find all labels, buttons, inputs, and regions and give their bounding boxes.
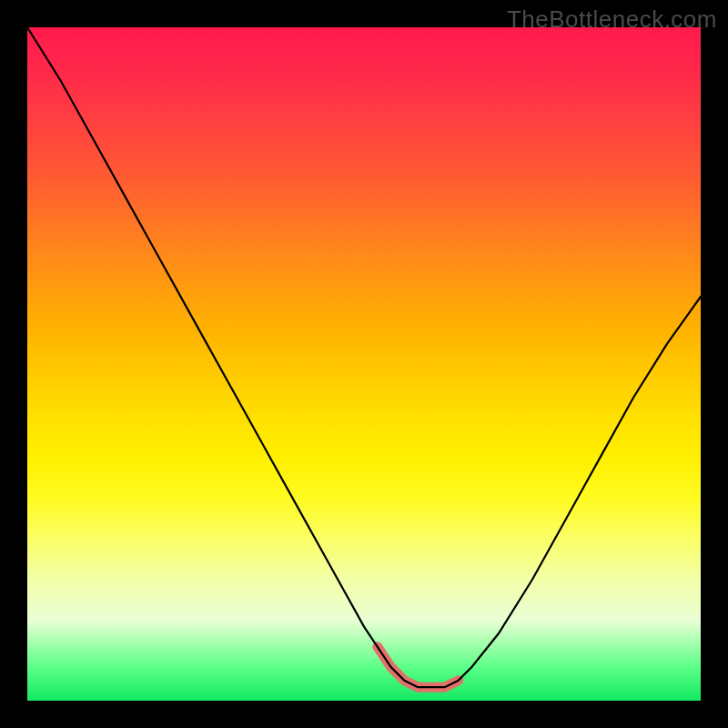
curve-overlay [27,27,701,701]
watermark-text: TheBottleneck.com [507,5,717,34]
bottleneck-curve [27,27,701,687]
chart-frame: TheBottleneck.com [0,0,728,728]
optimal-zone-highlight [378,647,459,687]
plot-area [27,27,701,701]
